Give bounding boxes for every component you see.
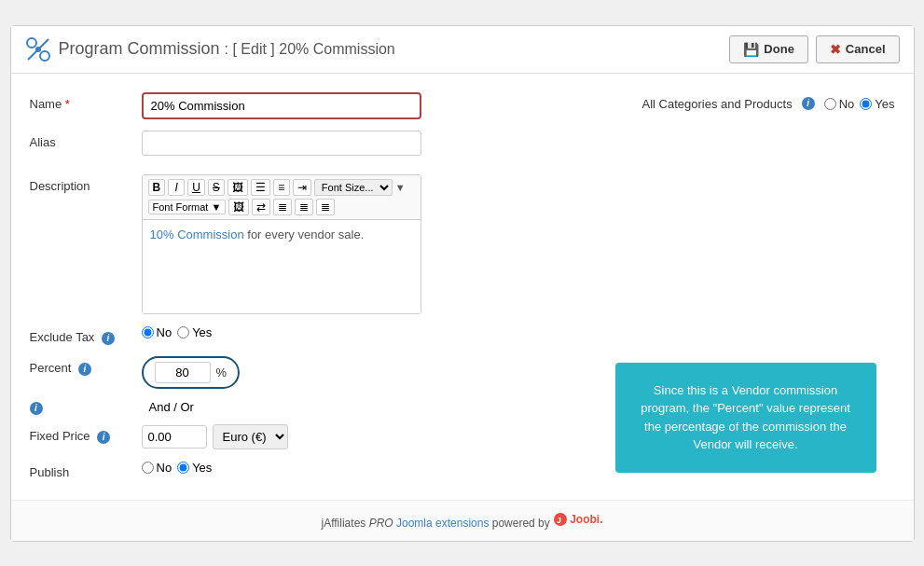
svg-point-3 <box>35 47 41 52</box>
percent-info-icon[interactable]: i <box>78 363 91 376</box>
editor-content[interactable]: 10% Commission for every vendor sale. <box>143 220 421 313</box>
description-row: Description B I U S 🖼 ☰ ≡ ⇥ <box>30 174 895 314</box>
vendor-info-box: Since this is a Vendor commission progra… <box>615 363 876 473</box>
exclude-tax-info-icon[interactable]: i <box>102 332 115 345</box>
toolbar-insert-image[interactable]: 🖼 <box>228 199 249 215</box>
footer-joobi-logo: J Joobi. <box>553 512 602 527</box>
svg-text:J: J <box>557 516 561 525</box>
fixed-price-row: Fixed Price i Euro (€) <box>30 424 597 449</box>
svg-point-1 <box>40 51 49 61</box>
footer-powered-text: powered by <box>492 517 550 530</box>
exclude-tax-no[interactable] <box>142 326 154 338</box>
all-categories-info-icon[interactable]: i <box>802 97 815 110</box>
name-input[interactable] <box>142 92 421 119</box>
toolbar-row-1: B I U S 🖼 ☰ ≡ ⇥ Font Size... ▼ <box>148 179 415 196</box>
toolbar-strikethrough[interactable]: S <box>208 179 225 196</box>
toolbar-font-size[interactable]: Font Size... <box>314 179 393 196</box>
publish-label: Publish <box>30 461 142 479</box>
publish-yes[interactable] <box>177 462 189 474</box>
toolbar-align-center[interactable]: ≣ <box>273 199 292 215</box>
cancel-button[interactable]: ✖ Cancel <box>816 35 900 63</box>
all-categories-radio-group: No Yes <box>824 97 895 111</box>
percent-sign: % <box>216 366 228 380</box>
lower-left: Exclude Tax i No Yes <box>30 325 597 490</box>
name-row: Name * <box>30 92 605 119</box>
percent-oval: % <box>142 356 241 389</box>
name-field-wrap <box>142 92 605 119</box>
editor-area: B I U S 🖼 ☰ ≡ ⇥ Font Size... ▼ <box>142 174 421 314</box>
publish-row: Publish No Yes <box>30 461 597 479</box>
andor-info-icon[interactable]: i <box>30 402 43 415</box>
right-info-panel: Since this is a Vendor commission progra… <box>597 325 895 473</box>
andor-label: And / Or <box>149 400 194 414</box>
alias-row: Alias <box>30 131 605 156</box>
left-form: Name * Alias <box>30 92 605 167</box>
name-label: Name * <box>30 92 142 111</box>
toolbar-align-left[interactable]: ⇄ <box>252 199 270 215</box>
exclude-tax-yes-label[interactable]: Yes <box>177 325 212 339</box>
percent-row: Percent i % <box>30 356 597 389</box>
fixed-price-info-icon[interactable]: i <box>97 431 110 444</box>
toolbar-font-format[interactable]: Font Format ▼ <box>148 200 227 214</box>
exclude-tax-radio-group: No Yes <box>142 325 213 339</box>
description-label: Description <box>30 174 142 193</box>
exclude-tax-no-label[interactable]: No <box>142 325 172 339</box>
radio-yes[interactable] <box>860 98 872 110</box>
toolbar-ul[interactable]: ≡ <box>273 179 290 196</box>
percent-label: Percent i <box>30 356 142 376</box>
page-header: Program Commission : [ Edit ] 20% Commis… <box>11 26 914 74</box>
done-button[interactable]: 💾 Done <box>729 35 808 63</box>
save-icon: 💾 <box>743 42 759 57</box>
fixed-price-label: Fixed Price i <box>30 424 142 444</box>
toolbar-row-2: Font Format ▼ 🖼 ⇄ ≣ ≣ ≣ <box>148 199 415 215</box>
editor-highlight-text: 10% Commission <box>150 228 244 242</box>
cancel-icon: ✖ <box>830 42 841 57</box>
alias-label: Alias <box>30 131 142 149</box>
radio-no[interactable] <box>824 98 836 110</box>
toolbar-bold[interactable]: B <box>148 179 166 196</box>
radio-no-label[interactable]: No <box>824 97 855 111</box>
exclude-tax-label: Exclude Tax i <box>30 325 142 345</box>
header-buttons: 💾 Done ✖ Cancel <box>729 35 899 63</box>
footer-joomla-link[interactable]: Joomla extensions <box>396 517 492 530</box>
toolbar-underline[interactable]: U <box>187 179 205 196</box>
page-title-section: Program Commission : [ Edit ] 20% Commis… <box>25 36 395 62</box>
percent-field-wrap: % <box>142 356 241 389</box>
program-commission-icon <box>25 36 51 62</box>
alias-field-wrap <box>142 131 605 156</box>
footer-pro: PRO <box>369 517 393 530</box>
main-container: Program Commission : [ Edit ] 20% Commis… <box>10 25 915 542</box>
editor-toolbar: B I U S 🖼 ☰ ≡ ⇥ Font Size... ▼ <box>143 175 421 220</box>
page-title: Program Commission : [ Edit ] 20% Commis… <box>59 39 395 59</box>
percent-input[interactable] <box>155 362 211 383</box>
all-categories-section: All Categories and Products i No Yes <box>642 97 895 111</box>
publish-no-label[interactable]: No <box>142 461 172 475</box>
joobi-icon: J <box>553 512 568 527</box>
lower-section: Exclude Tax i No Yes <box>30 325 895 490</box>
toolbar-italic[interactable]: I <box>168 179 185 196</box>
toolbar-image[interactable]: 🖼 <box>228 179 248 196</box>
editor-plain-text: for every vendor sale. <box>244 228 365 242</box>
fixed-price-wrap: Euro (€) <box>142 424 288 449</box>
radio-yes-label[interactable]: Yes <box>860 97 894 111</box>
exclude-tax-row: Exclude Tax i No Yes <box>30 325 597 345</box>
publish-radio-group: No Yes <box>142 461 213 475</box>
svg-point-0 <box>27 38 36 48</box>
toolbar-indent[interactable]: ⇥ <box>293 179 311 196</box>
alias-input[interactable] <box>142 131 421 156</box>
exclude-tax-yes[interactable] <box>177 326 189 338</box>
publish-yes-label[interactable]: Yes <box>177 461 212 475</box>
footer-jaffiliates: jAffiliates <box>322 517 366 530</box>
publish-no[interactable] <box>142 462 154 474</box>
content-area: Name * Alias <box>11 74 914 500</box>
toolbar-ol[interactable]: ☰ <box>251 179 270 196</box>
toolbar-align-justify[interactable]: ≣ <box>316 199 335 215</box>
currency-select[interactable]: Euro (€) <box>213 424 288 449</box>
page-footer: jAffiliates PRO Joomla extensions powere… <box>11 500 914 541</box>
all-categories-row: All Categories and Products i No Yes <box>642 97 895 111</box>
fixed-price-input[interactable] <box>142 425 207 449</box>
editor-wrapper: B I U S 🖼 ☰ ≡ ⇥ Font Size... ▼ <box>142 174 421 314</box>
toolbar-align-right[interactable]: ≣ <box>295 199 313 215</box>
andor-row: i And / Or <box>30 400 597 415</box>
